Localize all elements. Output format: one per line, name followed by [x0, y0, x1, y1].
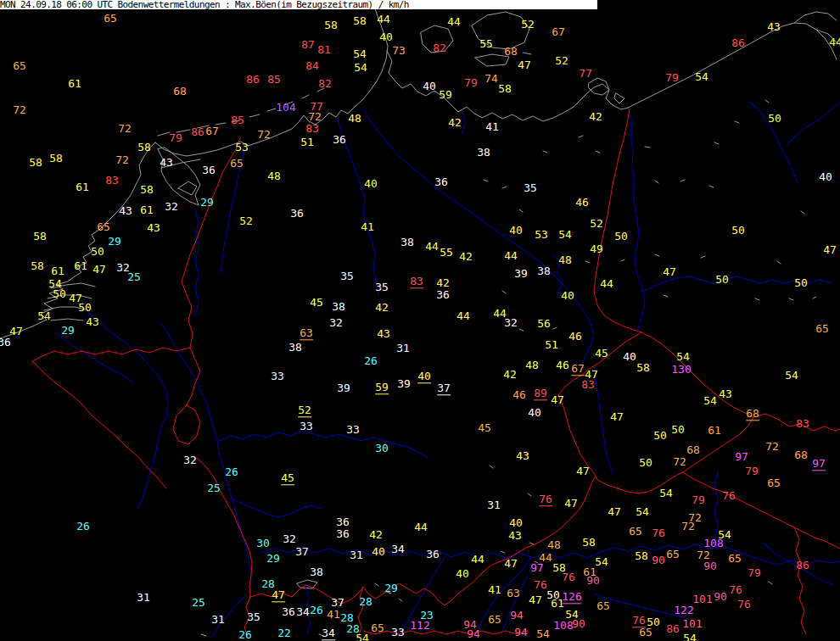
station-value: 61: [51, 265, 64, 276]
station-value: 65: [230, 158, 244, 169]
station-value: 40: [372, 546, 385, 557]
station-value: 86: [666, 623, 680, 634]
station-value: 76: [652, 527, 665, 538]
station-value: 43: [147, 222, 160, 233]
station-value: 47: [518, 59, 531, 70]
station-value: 53: [235, 142, 249, 153]
station-value: 76: [539, 493, 552, 506]
station-value: 72: [257, 129, 271, 140]
station-value: 40: [509, 517, 523, 528]
station-value: 58: [353, 15, 367, 26]
station-value: 61: [708, 425, 721, 436]
station-value: 49: [590, 243, 603, 254]
station-value: 33: [391, 627, 405, 638]
station-value: 50: [614, 231, 628, 242]
station-value: 33: [300, 421, 313, 432]
station-value: 68: [746, 408, 759, 421]
station-value: 52: [239, 215, 253, 226]
station-value: 35: [375, 281, 389, 293]
station-value: 38: [400, 237, 414, 248]
station-value: 67: [552, 26, 565, 37]
station-value: 30: [375, 443, 389, 454]
station-value: 53: [535, 229, 548, 240]
station-value: 101: [692, 594, 712, 605]
station-value: 79: [464, 77, 478, 88]
station-value: 76: [737, 599, 751, 610]
weather-map-screen: 6565616886857272857986677258537243366548…: [0, 0, 840, 641]
station-value: 34: [322, 627, 335, 640]
station-value: 41: [361, 221, 374, 232]
station-value: 38: [310, 566, 323, 577]
station-value: 54: [636, 506, 649, 517]
station-value: 79: [169, 132, 182, 143]
station-value: 97: [735, 451, 748, 462]
station-value: 50: [639, 457, 652, 468]
station-value: 40: [819, 171, 832, 182]
station-value: 108: [553, 620, 573, 631]
station-value: 44: [425, 241, 439, 252]
station-value: 36: [436, 289, 450, 300]
station-value: 86: [191, 126, 204, 137]
station-value: 68: [686, 444, 700, 455]
station-value: 56: [537, 318, 551, 329]
station-value: 40: [623, 351, 636, 362]
station-value: 47: [272, 589, 285, 602]
station-value: 67: [205, 125, 219, 137]
station-value: 47: [9, 326, 23, 337]
station-value: 29: [266, 553, 280, 564]
station-value: 54: [676, 351, 690, 362]
station-value: 83: [796, 418, 809, 429]
station-value: 39: [397, 378, 411, 389]
station-value: 65: [639, 627, 652, 638]
station-value: 47: [504, 558, 518, 569]
station-value: 50: [671, 424, 685, 435]
station-value: 83: [410, 276, 423, 288]
station-value: 26: [225, 466, 238, 477]
station-value: 26: [310, 605, 323, 616]
station-value: 42: [503, 369, 517, 380]
station-value: 25: [207, 482, 221, 493]
station-value: 76: [562, 571, 575, 582]
station-value: 94: [467, 628, 480, 639]
station-value: 31: [487, 499, 501, 510]
station-value: 74: [484, 73, 498, 84]
station-value: 30: [256, 538, 270, 549]
station-value: 50: [653, 430, 667, 441]
station-value: 34: [296, 606, 310, 617]
station-value: 47: [551, 394, 564, 405]
station-value: 32: [504, 317, 518, 328]
station-value: 65: [97, 221, 110, 232]
station-value: 76: [534, 579, 547, 590]
station-value: 94: [510, 610, 524, 621]
station-value: 50: [715, 274, 729, 285]
station-value: 63: [300, 327, 313, 340]
station-value: 40: [509, 225, 523, 236]
station-value: 43: [767, 21, 781, 32]
station-value: 58: [582, 537, 596, 548]
station-value: 29: [384, 582, 398, 594]
station-value: 112: [410, 620, 429, 631]
station-value: 50: [768, 113, 781, 124]
station-value: 36: [0, 337, 11, 348]
station-value: 79: [665, 72, 679, 83]
station-value: 44: [504, 250, 518, 261]
station-value: 29: [108, 236, 121, 247]
station-value: 40: [364, 178, 378, 189]
titlebar: MON 24.09.18 06:00 UTC Bodenwettermeldun…: [0, 0, 597, 9]
station-value: 47: [529, 594, 542, 605]
station-value: 61: [74, 260, 87, 271]
station-value: 40: [561, 290, 574, 301]
station-value: 76: [722, 490, 736, 501]
station-value: 45: [595, 348, 608, 359]
station-value: 50: [91, 246, 104, 257]
station-value: 35: [340, 270, 354, 281]
station-value: 65: [629, 526, 642, 537]
station-value: 43: [719, 388, 732, 399]
station-value: 54: [354, 62, 367, 73]
station-value: 94: [514, 627, 528, 638]
station-value: 46: [568, 331, 582, 342]
station-value: 130: [671, 364, 691, 375]
station-value: 72: [115, 154, 129, 165]
station-value: 46: [512, 389, 526, 400]
station-value: 36: [290, 208, 304, 219]
